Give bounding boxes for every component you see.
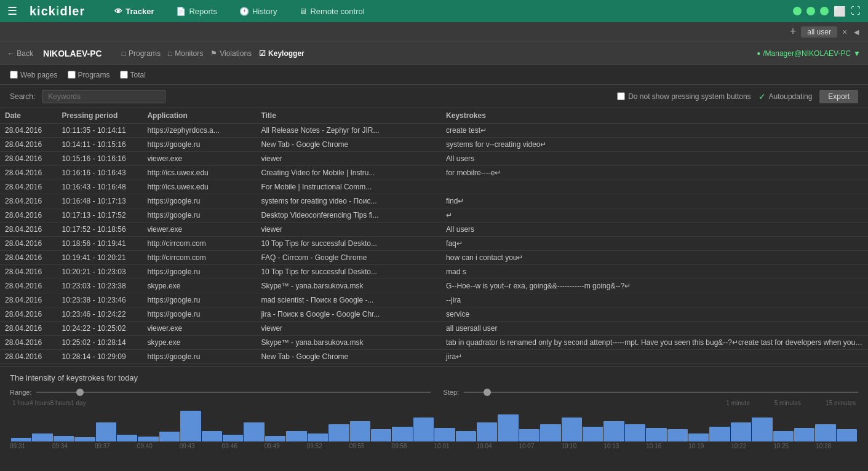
tab-monitors[interactable]: □ Monitors xyxy=(168,49,203,58)
cell-keystrokes: mad s xyxy=(441,265,868,279)
cell-title: Desktop Videoconferencing Tips fi... xyxy=(256,208,441,223)
cell-keystrokes: faq↵ xyxy=(441,237,868,251)
table-row[interactable]: 28.04.2016 10:16:16 - 10:16:43 http://ic… xyxy=(0,166,868,180)
bar-item xyxy=(286,431,306,441)
tab-violations[interactable]: ⚑ Violations xyxy=(210,49,252,58)
table-row[interactable]: 28.04.2016 10:17:13 - 10:17:52 https://g… xyxy=(0,208,868,223)
bar-item xyxy=(709,427,730,441)
bar-item xyxy=(456,431,476,441)
nav-history[interactable]: 🕐 History xyxy=(234,7,282,16)
nav-remote-control[interactable]: 🖥 Remote control xyxy=(294,7,369,16)
table-row[interactable]: 28.04.2016 10:14:11 - 10:15:16 https://g… xyxy=(0,138,868,152)
top-nav: ☰ kickidler 👁 Tracker 📄 Reports 🕐 Histor… xyxy=(0,0,868,22)
filter-webpages-checkbox[interactable] xyxy=(10,71,18,79)
step-handle[interactable] xyxy=(484,389,491,396)
cell-app: skype.exe xyxy=(142,336,256,350)
toolbar: Search: Do not show pressing system butt… xyxy=(0,85,868,108)
bar-item xyxy=(625,424,645,441)
tab-programs[interactable]: □ Programs xyxy=(122,49,161,58)
bar-item xyxy=(794,428,814,441)
pc-bar: ← Back NIKOLAEV-PC □ Programs □ Monitors… xyxy=(0,42,868,65)
search-input[interactable] xyxy=(42,90,165,103)
filter-programs-checkbox[interactable] xyxy=(68,71,76,79)
reports-icon: 📄 xyxy=(176,7,186,16)
cell-keystrokes: systems for v--creating video↵ xyxy=(441,138,868,152)
table-row[interactable]: 28.04.2016 10:18:56 - 10:19:41 http://ci… xyxy=(0,237,868,251)
cell-app: https://google.ru xyxy=(142,307,256,322)
cell-app: viewer.exe xyxy=(142,223,256,237)
close-tab-button[interactable]: × xyxy=(842,27,847,37)
cell-app: https://zephyrdocs.a... xyxy=(142,124,256,138)
step-label: Step: xyxy=(443,389,459,396)
tab-keylogger[interactable]: ☑ Keylogger xyxy=(259,49,305,58)
status-dot-1 xyxy=(793,7,802,15)
filter-webpages[interactable]: Web pages xyxy=(10,71,58,79)
filter-total[interactable]: Total xyxy=(120,71,146,79)
cell-period: 10:28:14 - 10:29:09 xyxy=(57,350,143,364)
table-row[interactable]: 28.04.2016 10:24:22 - 10:25:02 viewer.ex… xyxy=(0,322,868,336)
table-row[interactable]: 28.04.2016 10:20:21 - 10:23:03 https://g… xyxy=(0,265,868,279)
cell-title: viewer xyxy=(256,223,441,237)
range-slider[interactable] xyxy=(36,387,431,397)
table-row[interactable]: 28.04.2016 10:15:16 - 10:16:16 viewer.ex… xyxy=(0,152,868,166)
time-label: 09:52 xyxy=(307,443,349,449)
cell-period: 10:20:21 - 10:23:03 xyxy=(57,265,143,279)
cell-period: 10:17:13 - 10:17:52 xyxy=(57,208,143,223)
fullscreen-icon[interactable]: ⛶ xyxy=(851,6,861,17)
cell-period: 10:25:02 - 10:28:14 xyxy=(57,336,143,350)
cell-keystrokes: for mobilre----e↵ xyxy=(441,166,868,180)
filter-total-checkbox[interactable] xyxy=(120,71,128,79)
range-handle[interactable] xyxy=(76,389,84,396)
chart-section: The intensity of keystrokes for today Ra… xyxy=(0,366,868,456)
cell-app: https://google.ru xyxy=(142,138,256,152)
cell-app: https://google.ru xyxy=(142,194,256,208)
table-row[interactable]: 28.04.2016 10:23:38 - 10:23:46 https://g… xyxy=(0,293,868,307)
bar-item xyxy=(223,435,243,441)
cell-period: 10:11:35 - 10:14:11 xyxy=(57,124,143,138)
system-buttons-checkbox-label[interactable]: Do not show pressing system buttons xyxy=(617,92,751,101)
cell-period: 10:23:03 - 10:23:38 xyxy=(57,279,143,293)
nav-reports[interactable]: 📄 Reports xyxy=(171,7,222,16)
add-tab-button[interactable]: + xyxy=(790,25,797,38)
table-row[interactable]: 28.04.2016 10:16:43 - 10:16:48 http://ic… xyxy=(0,180,868,194)
cell-date: 28.04.2016 xyxy=(0,307,57,322)
cell-date: 28.04.2016 xyxy=(0,180,57,194)
back-button[interactable]: ← Back xyxy=(7,49,33,58)
table-row[interactable]: 28.04.2016 10:17:52 - 10:18:56 viewer.ex… xyxy=(0,223,868,237)
table-row[interactable]: 28.04.2016 10:19:41 - 10:20:21 http://ci… xyxy=(0,251,868,265)
bar-item xyxy=(731,422,751,441)
table-row[interactable]: 28.04.2016 10:16:48 - 10:17:13 https://g… xyxy=(0,194,868,208)
cell-period: 10:18:56 - 10:19:41 xyxy=(57,237,143,251)
add-tab-icon[interactable]: ⬜ xyxy=(834,6,846,17)
bar-item xyxy=(583,427,603,441)
cell-app: http://ics.uwex.edu xyxy=(142,166,256,180)
cell-period: 10:23:46 - 10:24:22 xyxy=(57,307,143,322)
table-row[interactable]: 28.04.2016 10:11:35 - 10:14:11 https://z… xyxy=(0,124,868,138)
collapse-arrow-button[interactable]: ◄ xyxy=(852,27,861,37)
time-label: 09:58 xyxy=(392,443,434,449)
cell-keystrokes: tab in quadrator is renamed only by seco… xyxy=(441,336,868,350)
table-row[interactable]: 28.04.2016 10:23:03 - 10:23:38 skype.exe… xyxy=(0,279,868,293)
export-button[interactable]: Export xyxy=(819,90,858,103)
cell-keystrokes: service xyxy=(441,307,868,322)
monitors-icon: □ xyxy=(168,49,172,58)
cell-title: Skype™ - yana.barsukova.msk xyxy=(256,279,441,293)
table-row[interactable]: 28.04.2016 10:23:46 - 10:24:22 https://g… xyxy=(0,307,868,322)
time-label: 09:40 xyxy=(137,443,180,449)
table-row[interactable]: 28.04.2016 10:25:02 - 10:28:14 skype.exe… xyxy=(0,336,868,350)
cell-title: viewer xyxy=(256,152,441,166)
bar-item xyxy=(752,418,772,441)
step-slider[interactable] xyxy=(464,387,858,397)
cell-title: 10 Top Tips for successful Deskto... xyxy=(256,237,441,251)
cell-title: systems for creating video - Поис... xyxy=(256,194,441,208)
bar-item xyxy=(519,429,540,441)
all-user-button[interactable]: all user xyxy=(801,26,837,38)
time-label: 10:10 xyxy=(561,443,603,449)
filter-programs[interactable]: Programs xyxy=(68,71,110,79)
nav-tracker[interactable]: 👁 Tracker xyxy=(109,7,159,16)
bar-item xyxy=(180,411,201,441)
hamburger-icon[interactable]: ☰ xyxy=(7,4,17,18)
system-buttons-checkbox[interactable] xyxy=(617,92,625,100)
table-row[interactable]: 28.04.2016 10:28:14 - 10:29:09 https://g… xyxy=(0,350,868,364)
user-dropdown-icon[interactable]: ▼ xyxy=(853,49,861,58)
